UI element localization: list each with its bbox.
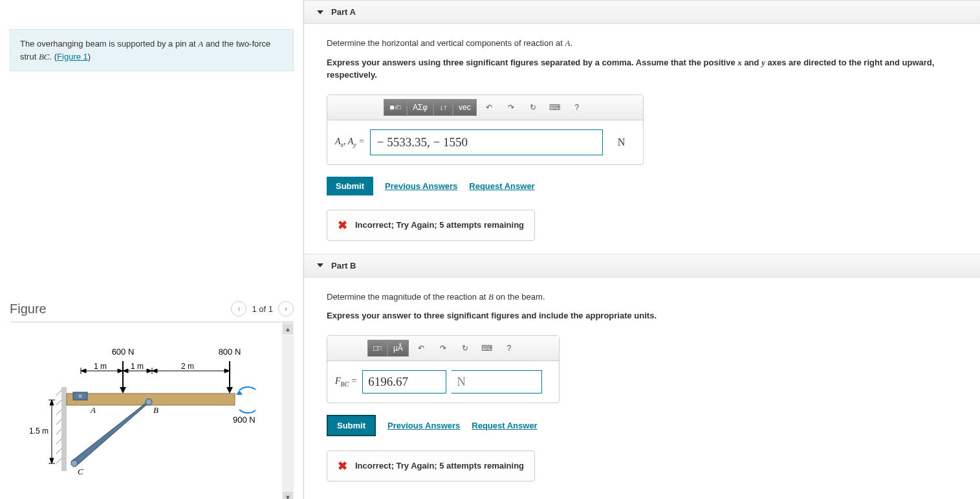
svg-marker-32 <box>224 369 230 373</box>
svg-line-7 <box>56 449 61 454</box>
part-b-title: Part B <box>331 261 356 271</box>
scroll-down-icon[interactable]: ▼ <box>283 492 293 499</box>
part-b-submit-button[interactable]: Submit <box>327 415 376 436</box>
svg-marker-19 <box>236 390 243 395</box>
svg-line-8 <box>56 458 61 463</box>
svg-marker-36 <box>50 400 54 405</box>
part-a-feedback-text: Incorrect; Try Again; 5 attempts remaini… <box>355 220 524 230</box>
svg-text:600 N: 600 N <box>112 347 135 357</box>
help-button[interactable]: ? <box>567 99 587 116</box>
svg-line-1 <box>56 390 61 395</box>
incorrect-icon: ✖ <box>338 459 347 473</box>
svg-marker-16 <box>120 387 126 394</box>
help-button[interactable]: ? <box>499 340 519 357</box>
figure-prev-button[interactable]: ‹ <box>231 301 246 316</box>
template-button[interactable]: ■√□ <box>384 99 407 116</box>
svg-text:800 N: 800 N <box>219 347 241 357</box>
figure-page-indicator: 1 of 1 <box>252 304 273 314</box>
figure-title: Figure <box>10 302 47 316</box>
figure-next-button[interactable]: › <box>278 301 294 316</box>
svg-text:900 N·m: 900 N·m <box>233 415 256 425</box>
incorrect-icon: ✖ <box>338 218 347 232</box>
problem-text: The overhanging beam is supported by a p… <box>20 39 198 49</box>
part-b-feedback: ✖ Incorrect; Try Again; 5 attempts remai… <box>327 450 535 482</box>
figure-section: Figure ‹ 1 of 1 › <box>10 301 294 499</box>
part-b-instruction: Express your answer to three significant… <box>327 309 957 322</box>
part-a-title: Part A <box>331 7 356 17</box>
scroll-up-icon[interactable]: ▲ <box>283 324 293 334</box>
svg-text:B: B <box>153 405 158 415</box>
part-b-answer-box: □□ µÅ ↶ ↷ ↻ ⌨ ? FBC = <box>327 335 560 403</box>
svg-marker-27 <box>81 369 86 373</box>
caret-down-icon <box>317 263 323 267</box>
figure-content: 600 N 800 N 1 m 1 m 2 m 1.5 m 900 N·m A … <box>10 322 294 499</box>
figure-nav: ‹ 1 of 1 › <box>231 301 294 316</box>
var-bc: BC <box>39 52 50 61</box>
part-b-value-input[interactable] <box>362 370 446 394</box>
part-b-body: Determine the magnitude of the reaction … <box>304 278 980 494</box>
reset-button[interactable]: ↻ <box>523 99 543 116</box>
svg-marker-31 <box>152 369 157 373</box>
figure-scrollbar[interactable]: ▲ ▼ <box>282 322 294 499</box>
problem-text: . ( <box>50 52 58 61</box>
greek-button[interactable]: ΑΣφ <box>407 99 433 116</box>
svg-point-14 <box>71 460 78 467</box>
svg-line-6 <box>56 439 61 444</box>
undo-button[interactable]: ↶ <box>411 340 431 357</box>
part-a-actions: Submit Previous Answers Request Answer <box>327 177 957 195</box>
figure-diagram: 600 N 800 N 1 m 1 m 2 m 1.5 m 900 N·m A … <box>16 335 256 491</box>
part-a-unit: N <box>618 137 626 148</box>
part-a-request-link[interactable]: Request Answer <box>469 181 534 191</box>
svg-text:1.5 m: 1.5 m <box>29 427 49 436</box>
redo-button[interactable]: ↷ <box>501 99 521 116</box>
redo-button[interactable]: ↷ <box>433 340 453 357</box>
svg-line-2 <box>56 400 61 405</box>
left-panel: The overhanging beam is supported by a p… <box>0 0 304 499</box>
right-panel: Part A Determine the horizontal and vert… <box>304 0 980 499</box>
keyboard-button[interactable]: ⌨ <box>477 340 497 357</box>
part-b-previous-link[interactable]: Previous Answers <box>387 421 460 430</box>
part-a-label: Ax, Ay = <box>335 137 365 148</box>
part-a-toolbar: ■√□ ΑΣφ ↓↑ vec ↶ ↷ ↻ ⌨ ? <box>327 95 643 120</box>
part-a-answer-box: ■√□ ΑΣφ ↓↑ vec ↶ ↷ ↻ ⌨ ? Ax, Ay = N <box>327 94 644 165</box>
undo-button[interactable]: ↶ <box>479 99 499 116</box>
svg-text:1 m: 1 m <box>131 362 144 371</box>
part-b-toolbar: □□ µÅ ↶ ↷ ↻ ⌨ ? <box>327 336 559 361</box>
svg-text:A: A <box>90 405 96 415</box>
units-button[interactable]: µÅ <box>387 340 409 357</box>
subscript-button[interactable]: ↓↑ <box>433 99 453 116</box>
part-b-request-link[interactable]: Request Answer <box>472 421 537 430</box>
part-b-feedback-text: Incorrect; Try Again; 5 attempts remaini… <box>355 461 524 471</box>
problem-description: The overhanging beam is supported by a p… <box>10 29 294 71</box>
part-a-feedback: ✖ Incorrect; Try Again; 5 attempts remai… <box>327 210 535 241</box>
vector-button[interactable]: vec <box>453 99 477 116</box>
part-a-header[interactable]: Part A <box>304 0 980 24</box>
figure-header: Figure ‹ 1 of 1 › <box>10 301 294 322</box>
svg-line-3 <box>56 410 61 415</box>
part-b-header[interactable]: Part B <box>304 254 980 278</box>
part-b-actions: Submit Previous Answers Request Answer <box>327 415 957 436</box>
part-b-unit-input[interactable] <box>452 370 542 394</box>
reset-button[interactable]: ↻ <box>455 340 475 357</box>
figure-link[interactable]: Figure 1 <box>57 52 88 61</box>
svg-point-13 <box>146 399 152 405</box>
svg-text:C: C <box>78 467 83 476</box>
caret-down-icon <box>317 10 323 14</box>
problem-text: ) <box>88 52 91 61</box>
part-b-label: FBC = <box>335 376 357 388</box>
svg-marker-12 <box>71 400 152 465</box>
part-a-prompt: Determine the horizontal and vertical co… <box>327 37 957 50</box>
part-a-body: Determine the horizontal and vertical co… <box>304 24 980 254</box>
svg-point-11 <box>78 394 82 398</box>
keyboard-button[interactable]: ⌨ <box>545 99 565 116</box>
svg-line-5 <box>56 429 61 434</box>
part-a-previous-link[interactable]: Previous Answers <box>385 181 457 191</box>
value-template-button[interactable]: □□ <box>367 340 387 357</box>
part-b-answer-row: FBC = <box>327 361 559 403</box>
part-a-submit-button[interactable]: Submit <box>327 177 373 195</box>
svg-text:2 m: 2 m <box>181 362 194 371</box>
part-a-instruction: Express your answers using three signifi… <box>327 56 957 82</box>
svg-text:1 m: 1 m <box>94 362 107 371</box>
part-a-answer-row: Ax, Ay = N <box>327 120 643 164</box>
part-a-input[interactable] <box>370 129 603 155</box>
